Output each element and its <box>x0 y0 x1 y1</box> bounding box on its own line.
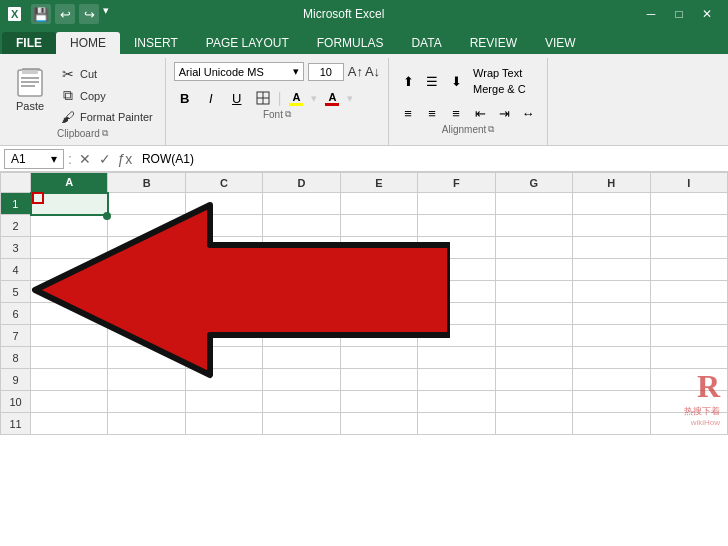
cell-b9[interactable] <box>108 369 185 391</box>
formula-input[interactable] <box>138 150 724 168</box>
text-direction-button[interactable]: ↔ <box>517 102 539 124</box>
cell-i4[interactable] <box>650 259 728 281</box>
font-color-button[interactable]: A <box>321 87 343 109</box>
tab-formulas[interactable]: FORMULAS <box>303 32 398 54</box>
cell-a7[interactable] <box>31 325 108 347</box>
col-header-a[interactable]: A <box>31 173 108 193</box>
cell-g5[interactable] <box>495 281 572 303</box>
cell-i8[interactable] <box>650 347 728 369</box>
font-name-selector[interactable]: Arial Unicode MS ▾ <box>174 62 304 81</box>
cell-i2[interactable] <box>650 215 728 237</box>
align-left-button[interactable]: ≡ <box>397 102 419 124</box>
cell-d4[interactable] <box>263 259 340 281</box>
cell-f11[interactable] <box>418 413 495 435</box>
cell-h8[interactable] <box>573 347 650 369</box>
italic-button[interactable]: I <box>200 87 222 109</box>
cell-g8[interactable] <box>495 347 572 369</box>
cell-a10[interactable] <box>31 391 108 413</box>
cell-e7[interactable] <box>340 325 417 347</box>
cell-a2[interactable] <box>31 215 108 237</box>
insert-function-button[interactable]: ƒx <box>116 151 134 167</box>
cell-i7[interactable] <box>650 325 728 347</box>
increase-indent-button[interactable]: ⇥ <box>493 102 515 124</box>
cell-e10[interactable] <box>340 391 417 413</box>
cell-b4[interactable] <box>108 259 185 281</box>
cell-h10[interactable] <box>573 391 650 413</box>
merge-center-button[interactable]: Merge & C <box>469 82 530 96</box>
tab-page-layout[interactable]: PAGE LAYOUT <box>192 32 303 54</box>
cell-e8[interactable] <box>340 347 417 369</box>
cell-c6[interactable] <box>185 303 262 325</box>
cell-d10[interactable] <box>263 391 340 413</box>
cell-g3[interactable] <box>495 237 572 259</box>
tab-insert[interactable]: INSERT <box>120 32 192 54</box>
tab-review[interactable]: REVIEW <box>456 32 531 54</box>
cell-f4[interactable] <box>418 259 495 281</box>
cell-i11[interactable] <box>650 413 728 435</box>
cell-e5[interactable] <box>340 281 417 303</box>
tab-view[interactable]: VIEW <box>531 32 590 54</box>
cell-f1[interactable] <box>418 193 495 215</box>
cell-g1[interactable] <box>495 193 572 215</box>
cell-f7[interactable] <box>418 325 495 347</box>
cell-b2[interactable] <box>108 215 185 237</box>
cell-b6[interactable] <box>108 303 185 325</box>
cell-a1[interactable] <box>31 193 108 215</box>
cell-a5[interactable] <box>31 281 108 303</box>
wrap-text-button[interactable]: Wrap Text <box>469 66 530 80</box>
format-painter-button[interactable]: 🖌 Format Painter <box>56 107 157 127</box>
cell-b7[interactable] <box>108 325 185 347</box>
cell-e9[interactable] <box>340 369 417 391</box>
cell-h9[interactable] <box>573 369 650 391</box>
cell-b11[interactable] <box>108 413 185 435</box>
cell-g7[interactable] <box>495 325 572 347</box>
col-header-g[interactable]: G <box>495 173 572 193</box>
cell-i9[interactable] <box>650 369 728 391</box>
underline-button[interactable]: U <box>226 87 248 109</box>
cell-h5[interactable] <box>573 281 650 303</box>
cell-d8[interactable] <box>263 347 340 369</box>
cell-e11[interactable] <box>340 413 417 435</box>
clipboard-dialog-launcher[interactable]: ⧉ <box>102 128 108 139</box>
cell-c1[interactable] <box>185 193 262 215</box>
cut-button[interactable]: ✂ Cut <box>56 64 157 84</box>
cell-d7[interactable] <box>263 325 340 347</box>
cell-g4[interactable] <box>495 259 572 281</box>
cell-b5[interactable] <box>108 281 185 303</box>
bottom-align-button[interactable]: ⬇ <box>445 70 467 92</box>
cell-a4[interactable] <box>31 259 108 281</box>
maximize-button[interactable]: □ <box>666 5 692 23</box>
cell-g9[interactable] <box>495 369 572 391</box>
cell-d1[interactable] <box>263 193 340 215</box>
border-button[interactable] <box>252 87 274 109</box>
decrease-indent-button[interactable]: ⇤ <box>469 102 491 124</box>
cell-a3[interactable] <box>31 237 108 259</box>
cell-b8[interactable] <box>108 347 185 369</box>
minimize-button[interactable]: ─ <box>638 5 664 23</box>
cell-e1[interactable] <box>340 193 417 215</box>
col-header-d[interactable]: D <box>263 173 340 193</box>
cell-c4[interactable] <box>185 259 262 281</box>
tab-home[interactable]: HOME <box>56 32 120 54</box>
cell-d5[interactable] <box>263 281 340 303</box>
cell-d2[interactable] <box>263 215 340 237</box>
col-header-c[interactable]: C <box>185 173 262 193</box>
cell-h6[interactable] <box>573 303 650 325</box>
cancel-formula-button[interactable]: ✕ <box>76 151 94 167</box>
copy-button[interactable]: ⧉ Copy <box>56 85 157 106</box>
cell-a9[interactable] <box>31 369 108 391</box>
tab-data[interactable]: DATA <box>397 32 455 54</box>
col-header-f[interactable]: F <box>418 173 495 193</box>
cell-g2[interactable] <box>495 215 572 237</box>
fill-handle[interactable] <box>103 212 111 220</box>
cell-b1[interactable] <box>108 193 185 215</box>
font-color-dropdown[interactable]: ▾ <box>347 92 353 105</box>
cell-e6[interactable] <box>340 303 417 325</box>
cell-reference-box[interactable]: A1 ▾ <box>4 149 64 169</box>
font-size-input[interactable]: 10 <box>308 63 344 81</box>
cell-f10[interactable] <box>418 391 495 413</box>
cell-h4[interactable] <box>573 259 650 281</box>
cell-a11[interactable] <box>31 413 108 435</box>
col-header-b[interactable]: B <box>108 173 185 193</box>
cell-i6[interactable] <box>650 303 728 325</box>
